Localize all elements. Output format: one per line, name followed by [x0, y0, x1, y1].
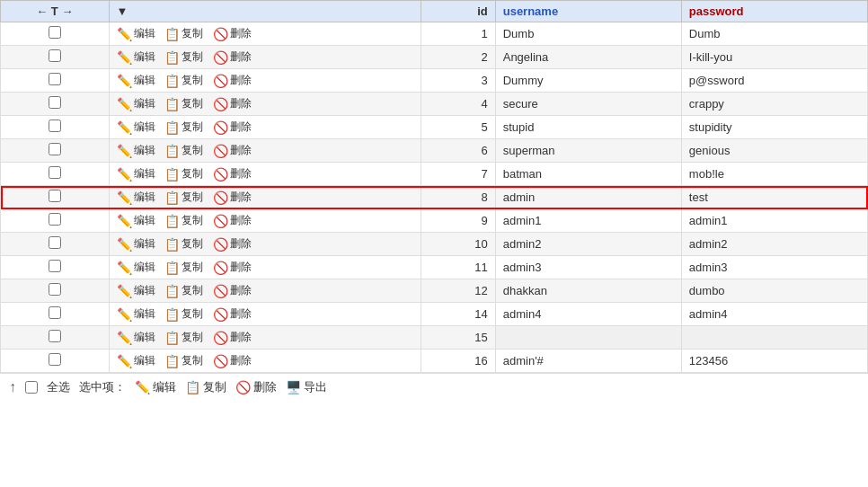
edit-btn[interactable]: ✏️ 编辑: [117, 306, 155, 322]
footer-bar: ↑ 全选 选中项： ✏️ 编辑 📋 复制 🚫 删除 🖥️ 导出: [0, 373, 868, 401]
header-username[interactable]: username: [495, 1, 681, 22]
delete-btn[interactable]: 🚫 删除: [213, 260, 252, 275]
footer-select-all-label: 全选: [47, 379, 70, 395]
row-username: stupid: [495, 116, 681, 139]
edit-label: 编辑: [134, 306, 155, 322]
delete-icon: 🚫: [213, 214, 228, 228]
footer-edit-label: 编辑: [153, 379, 176, 395]
delete-btn[interactable]: 🚫 删除: [213, 213, 252, 228]
dropdown-icon[interactable]: ▼: [117, 4, 128, 18]
row-checkbox[interactable]: [49, 96, 61, 109]
row-checkbox[interactable]: [49, 213, 61, 226]
row-id: 5: [421, 116, 495, 139]
delete-btn[interactable]: 🚫 删除: [213, 190, 252, 205]
table-row: ✏️ 编辑 📋 复制 🚫 删除 10admin2admin2: [1, 233, 868, 256]
table-icon[interactable]: T: [51, 4, 58, 18]
edit-btn[interactable]: ✏️ 编辑: [117, 213, 155, 228]
copy-btn[interactable]: 📋 复制: [164, 96, 203, 111]
delete-btn[interactable]: 🚫 删除: [213, 120, 252, 135]
delete-btn[interactable]: 🚫 删除: [213, 306, 252, 322]
header-id[interactable]: id: [421, 1, 495, 22]
copy-btn[interactable]: 📋 复制: [164, 353, 203, 368]
row-checkbox[interactable]: [49, 166, 61, 179]
row-actions: ✏️ 编辑 📋 复制 🚫 删除: [109, 350, 421, 373]
copy-btn[interactable]: 📋 复制: [164, 143, 203, 158]
edit-btn[interactable]: ✏️ 编辑: [117, 166, 155, 182]
row-password: crappy: [681, 93, 867, 116]
copy-btn[interactable]: 📋 复制: [164, 330, 203, 345]
row-checkbox[interactable]: [49, 260, 61, 272]
delete-btn[interactable]: 🚫 删除: [213, 49, 252, 65]
edit-btn[interactable]: ✏️ 编辑: [117, 260, 155, 275]
footer-select-all-checkbox[interactable]: [25, 381, 38, 394]
copy-btn[interactable]: 📋 复制: [164, 306, 203, 322]
copy-btn[interactable]: 📋 复制: [164, 213, 203, 228]
delete-btn[interactable]: 🚫 删除: [213, 73, 252, 88]
delete-btn[interactable]: 🚫 删除: [213, 330, 252, 345]
edit-btn[interactable]: ✏️ 编辑: [117, 49, 155, 65]
edit-btn[interactable]: ✏️ 编辑: [117, 283, 155, 298]
copy-btn[interactable]: 📋 复制: [164, 26, 203, 41]
edit-btn[interactable]: ✏️ 编辑: [117, 330, 155, 345]
footer-export-btn[interactable]: 🖥️ 导出: [286, 379, 327, 395]
copy-btn[interactable]: 📋 复制: [164, 260, 203, 275]
row-password: mob!le: [681, 163, 867, 186]
row-password: admin3: [681, 256, 867, 279]
copy-btn[interactable]: 📋 复制: [164, 73, 203, 88]
row-username: admin1: [495, 209, 681, 233]
row-checkbox[interactable]: [49, 236, 61, 249]
delete-btn[interactable]: 🚫 删除: [213, 26, 252, 41]
arrow-right-icon[interactable]: →: [61, 4, 73, 18]
row-checkbox[interactable]: [49, 26, 61, 39]
row-checkbox[interactable]: [49, 143, 61, 155]
row-checkbox[interactable]: [49, 306, 61, 319]
copy-btn[interactable]: 📋 复制: [164, 166, 203, 182]
row-username: [495, 326, 681, 350]
footer-arrow-up-icon[interactable]: ↑: [9, 379, 16, 395]
delete-btn[interactable]: 🚫 删除: [213, 96, 252, 111]
edit-btn[interactable]: ✏️ 编辑: [117, 96, 155, 111]
edit-btn[interactable]: ✏️ 编辑: [117, 143, 155, 158]
delete-icon: 🚫: [213, 307, 228, 322]
copy-btn[interactable]: 📋 复制: [164, 120, 203, 135]
copy-icon: 📋: [164, 190, 180, 205]
footer-copy-btn[interactable]: 📋 复制: [185, 379, 226, 395]
copy-icon: 📋: [164, 331, 180, 345]
row-checkbox[interactable]: [49, 120, 61, 132]
row-checkbox[interactable]: [49, 353, 61, 366]
copy-btn[interactable]: 📋 复制: [164, 49, 203, 65]
header-actions-col: ▼: [109, 1, 421, 22]
row-checkbox[interactable]: [49, 190, 61, 202]
delete-btn[interactable]: 🚫 删除: [213, 166, 252, 182]
row-checkbox[interactable]: [49, 283, 61, 296]
copy-icon: 📋: [164, 284, 180, 298]
row-checkbox[interactable]: [49, 330, 61, 342]
edit-btn[interactable]: ✏️ 编辑: [117, 353, 155, 368]
delete-btn[interactable]: 🚫 删除: [213, 236, 252, 252]
footer-export-label: 导出: [304, 379, 327, 395]
row-checkbox[interactable]: [49, 49, 61, 62]
edit-btn[interactable]: ✏️ 编辑: [117, 73, 155, 88]
delete-label: 删除: [230, 283, 252, 298]
footer-edit-icon: ✏️: [135, 380, 150, 394]
arrow-left-icon[interactable]: ←: [36, 4, 48, 18]
row-actions: ✏️ 编辑 📋 复制 🚫 删除: [109, 22, 421, 46]
footer-edit-btn[interactable]: ✏️ 编辑: [135, 379, 176, 395]
delete-btn[interactable]: 🚫 删除: [213, 143, 252, 158]
row-password: admin4: [681, 303, 867, 326]
header-password[interactable]: password: [681, 1, 867, 22]
edit-btn[interactable]: ✏️ 编辑: [117, 190, 155, 205]
footer-delete-btn[interactable]: 🚫 删除: [235, 379, 277, 395]
edit-icon: ✏️: [117, 214, 132, 228]
copy-btn[interactable]: 📋 复制: [164, 283, 203, 298]
edit-btn[interactable]: ✏️ 编辑: [117, 236, 155, 252]
copy-btn[interactable]: 📋 复制: [164, 236, 203, 252]
row-checkbox[interactable]: [49, 73, 61, 85]
copy-icon: 📋: [164, 97, 180, 111]
copy-btn[interactable]: 📋 复制: [164, 190, 203, 205]
edit-btn[interactable]: ✏️ 编辑: [117, 120, 155, 135]
delete-btn[interactable]: 🚫 删除: [213, 283, 252, 298]
copy-label: 复制: [182, 330, 203, 345]
delete-btn[interactable]: 🚫 删除: [213, 353, 252, 368]
edit-btn[interactable]: ✏️ 编辑: [117, 26, 155, 41]
